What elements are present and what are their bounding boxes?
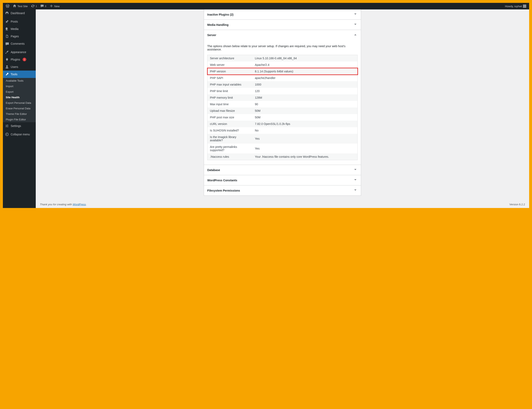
svg-point-0 (6, 133, 9, 136)
sidebar-item-users[interactable]: Users (3, 63, 36, 71)
submenu-plugin-file-editor[interactable]: Plugin File Editor (3, 117, 36, 122)
comments-link[interactable]: 0 (39, 3, 48, 9)
sidebar-label-users: Users (11, 65, 18, 69)
sidebar-item-plugins[interactable]: Plugins 1 (3, 56, 36, 63)
row-label: PHP version (208, 68, 252, 75)
sidebar-label-pages: Pages (11, 35, 19, 38)
sidebar-label-tools: Tools (11, 73, 18, 76)
collapse-menu-button[interactable]: Collapse menu (3, 131, 36, 138)
sidebar-item-pages[interactable]: Pages (3, 33, 36, 40)
row-label: PHP post max size (208, 114, 252, 121)
version-label: Version 6.2.2 (509, 203, 525, 206)
row-value: Your .htaccess file contains only core W… (252, 154, 358, 160)
howdy-label: Howdy, iuyhwt (505, 5, 522, 8)
sidebar-label-comments: Comments (11, 42, 25, 45)
plugins-update-badge: 1 (23, 58, 26, 61)
table-row: Is the Imagick library available?Yes (208, 134, 358, 144)
panel-filesystem-permissions: Filesystem Permissions (204, 185, 361, 196)
user-icon (5, 65, 9, 69)
panel-toggle-media-handling[interactable]: Media Handling (204, 20, 361, 30)
sidebar-label-plugins: Plugins (11, 58, 20, 61)
collapse-label: Collapse menu (11, 133, 30, 136)
sidebar-item-comments[interactable]: Comments (3, 40, 36, 47)
admin-sidebar: Dashboard Posts Media Pages Comments App… (3, 9, 36, 208)
main-content: Inactive Plugins (2) Media Handling Serv… (36, 9, 529, 208)
sidebar-item-settings[interactable]: Settings (3, 122, 36, 130)
table-row: .htaccess rulesYour .htaccess file conta… (208, 154, 358, 160)
chevron-up-icon (353, 32, 358, 37)
sidebar-label-dashboard: Dashboard (11, 11, 25, 15)
wordpress-link[interactable]: WordPress (73, 203, 86, 206)
table-row: PHP memory limit128M (208, 94, 358, 101)
pin-icon (5, 19, 9, 24)
row-label: cURL version (208, 121, 252, 127)
sidebar-label-settings: Settings (11, 124, 21, 127)
submenu-import[interactable]: Import (3, 83, 36, 89)
row-value: 128M (252, 94, 358, 101)
submenu-export-personal-data[interactable]: Export Personal Data (3, 100, 36, 106)
panel-toggle-server[interactable]: Server (204, 30, 361, 40)
submenu-erase-personal-data[interactable]: Erase Personal Data (3, 106, 36, 111)
refresh-icon (31, 4, 35, 9)
sidebar-item-tools[interactable]: Tools (3, 71, 36, 78)
table-row: Max input time90 (208, 101, 358, 108)
submenu-available-tools[interactable]: Available Tools (3, 78, 36, 83)
row-label: Is the Imagick library available? (208, 134, 252, 144)
row-value: 7.82.0 OpenSSL/1.0.2k-fips (252, 121, 358, 127)
row-value: 1000 (252, 81, 358, 88)
row-value: Linux 5.10.166-0.x86_64 x86_64 (252, 55, 358, 62)
chevron-down-icon (353, 12, 358, 17)
row-value: apache2handler (252, 75, 358, 81)
sidebar-item-posts[interactable]: Posts (3, 18, 36, 25)
row-label: Upload max filesize (208, 108, 252, 114)
chevron-down-icon (353, 22, 358, 27)
new-label: New (54, 5, 60, 8)
tools-icon (5, 72, 9, 76)
sidebar-label-posts: Posts (11, 20, 18, 23)
footer-thank-text: Thank you for creating with (40, 203, 73, 206)
media-icon (5, 27, 9, 31)
my-account-link[interactable]: Howdy, iuyhwt (503, 3, 528, 9)
updates-link[interactable]: 1 (29, 3, 39, 9)
panel-toggle-database[interactable]: Database (204, 165, 361, 175)
wp-logo[interactable] (4, 3, 11, 9)
admin-bar: Test Site 1 0 New Howdy, iuyhwt (3, 3, 529, 9)
plugin-icon (5, 57, 9, 62)
panel-title: WordPress Constants (207, 179, 237, 182)
table-row: cURL version7.82.0 OpenSSL/1.0.2k-fips (208, 121, 358, 127)
submenu-theme-file-editor[interactable]: Theme File Editor (3, 111, 36, 117)
wordpress-icon (6, 4, 10, 9)
row-label: PHP SAPI (208, 75, 252, 81)
row-label: Web server (208, 62, 252, 68)
submenu-site-health[interactable]: Site Health (3, 95, 36, 100)
settings-icon (5, 124, 9, 128)
chevron-down-icon (353, 188, 358, 193)
sidebar-item-media[interactable]: Media (3, 25, 36, 33)
table-row: PHP max input variables1000 (208, 81, 358, 88)
row-value: 8.1.14 (Supports 64bit values) (252, 68, 358, 75)
row-label: PHP time limit (208, 88, 252, 94)
panel-toggle-wordpress-constants[interactable]: WordPress Constants (204, 175, 361, 185)
row-value: 90 (252, 101, 358, 108)
chevron-down-icon (353, 178, 358, 183)
panel-title: Filesystem Permissions (207, 189, 240, 192)
sidebar-item-appearance[interactable]: Appearance (3, 48, 36, 56)
sidebar-label-appearance: Appearance (11, 50, 26, 54)
panel-toggle-inactive-plugins[interactable]: Inactive Plugins (2) (204, 9, 361, 19)
row-value: Apache/2.4 (252, 62, 358, 68)
submenu-export[interactable]: Export (3, 89, 36, 95)
row-label: Is SUHOSIN installed? (208, 127, 252, 134)
plus-icon (49, 4, 53, 9)
new-content-link[interactable]: New (48, 3, 61, 9)
table-row: Server architectureLinux 5.10.166-0.x86_… (208, 55, 358, 62)
sidebar-item-dashboard[interactable]: Dashboard (3, 9, 36, 17)
row-label: PHP memory limit (208, 94, 252, 101)
chevron-down-icon (353, 167, 358, 173)
server-description: The options shown below relate to your s… (207, 45, 358, 51)
panel-title: Server (207, 33, 216, 37)
updates-count: 1 (36, 5, 37, 7)
row-label: Max input time (208, 101, 252, 108)
panel-toggle-filesystem-permissions[interactable]: Filesystem Permissions (204, 185, 361, 195)
dashboard-icon (5, 11, 9, 15)
site-name-link[interactable]: Test Site (11, 3, 29, 9)
